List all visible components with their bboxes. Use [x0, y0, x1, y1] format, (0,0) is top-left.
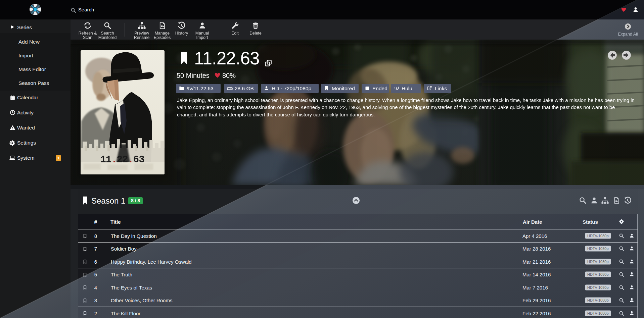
svg-text:11.22.63: 11.22.63 [100, 154, 144, 165]
